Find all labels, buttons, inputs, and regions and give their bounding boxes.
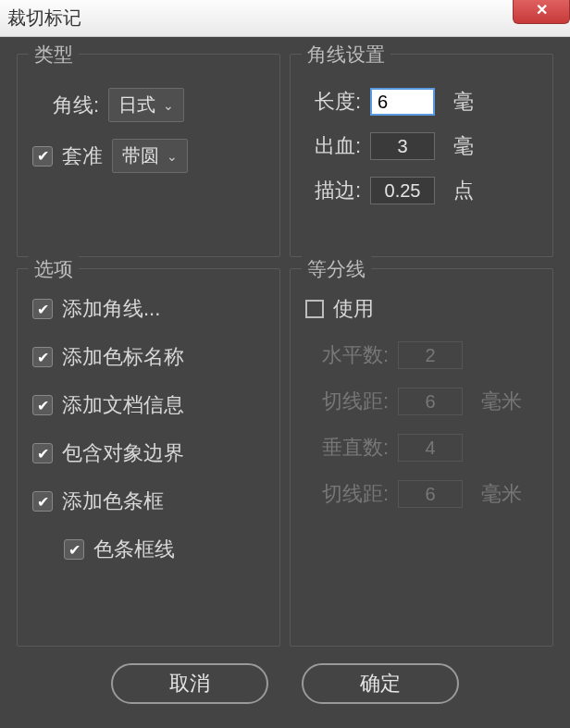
row-bleed: 出血: 毫 [305,132,538,160]
option-checkbox[interactable] [64,539,84,560]
v-count-label: 垂直数: [305,434,389,462]
option-row: 添加文档信息 [32,391,265,419]
option-label: 色条框线 [93,536,175,563]
option-row: 添加色条框 [32,487,265,515]
row-corner-style: 角线: 日式 ⌄ [32,88,265,122]
option-checkbox[interactable] [32,395,53,415]
corner-style-label: 角线: [32,92,99,119]
option-row: 色条框线 [64,536,265,563]
row-v-dist: 切线距: 毫米 [305,480,538,508]
group-title-corner: 角线设置 [302,42,390,68]
h-dist-label: 切线距: [305,388,389,415]
stroke-input[interactable] [370,177,435,204]
close-button[interactable]: ✕ [513,0,570,24]
row-h-count: 水平数: [305,341,538,369]
dialog-content: 类型 角线: 日式 ⌄ 套准 带圆 ⌄ [0,37,570,728]
dialog-window: 裁切标记 ✕ 类型 角线: 日式 ⌄ 套准 [0,0,570,728]
h-count-label: 水平数: [305,341,389,369]
row-registration: 套准 带圆 ⌄ [32,139,265,173]
registration-checkbox[interactable] [32,146,53,167]
bleed-input[interactable] [370,132,435,160]
ok-button[interactable]: 确定 [302,663,459,704]
registration-label: 套准 [62,142,103,170]
group-type: 类型 角线: 日式 ⌄ 套准 带圆 ⌄ [17,54,280,257]
corner-style-value: 日式 [118,93,155,117]
ok-button-label: 确定 [360,670,401,697]
cancel-button-label: 取消 [169,670,210,697]
length-label: 长度: [305,88,361,116]
group-title-type: 类型 [29,42,79,68]
corner-style-select[interactable]: 日式 ⌄ [108,88,184,122]
row-length: 长度: 毫 [305,88,538,116]
option-label: 添加色标名称 [62,343,184,371]
window-title: 裁切标记 [7,6,81,31]
h-dist-input [398,388,463,415]
group-title-options: 选项 [29,256,79,282]
cancel-button[interactable]: 取消 [111,663,268,704]
stroke-label: 描边: [305,177,361,204]
close-icon: ✕ [536,1,548,19]
option-label: 添加文档信息 [62,391,184,419]
h-dist-unit: 毫米 [481,388,522,415]
v-dist-input [398,480,463,508]
chevron-down-icon: ⌄ [167,149,178,164]
length-input[interactable] [370,88,435,116]
option-label: 添加色条框 [62,487,164,515]
group-options: 选项 添加角线...添加色标名称添加文档信息包含对象边界添加色条框色条框线 [17,268,280,647]
option-row: 添加角线... [32,295,265,323]
titlebar: 裁切标记 ✕ [0,0,570,37]
panels: 类型 角线: 日式 ⌄ 套准 带圆 ⌄ [17,54,553,647]
option-checkbox[interactable] [32,491,53,512]
use-dividers-label: 使用 [333,295,374,323]
option-checkbox[interactable] [32,299,53,319]
group-title-dividers: 等分线 [302,256,371,282]
option-label: 添加角线... [62,295,160,323]
v-dist-label: 切线距: [305,480,389,508]
option-checkbox[interactable] [32,347,53,367]
option-row: 添加色标名称 [32,343,265,371]
row-stroke: 描边: 点 [305,177,538,204]
v-count-input [398,434,463,462]
row-h-dist: 切线距: 毫米 [305,388,538,415]
option-label: 包含对象边界 [62,439,184,467]
bleed-unit: 毫 [453,132,474,160]
h-count-input [398,341,463,369]
chevron-down-icon: ⌄ [163,98,174,113]
length-unit: 毫 [453,88,474,116]
group-dividers: 等分线 使用 水平数: 切线距: 毫米 垂直数: [290,268,553,647]
row-v-count: 垂直数: [305,434,538,462]
v-dist-unit: 毫米 [481,480,522,508]
button-bar: 取消 确定 [17,647,553,711]
registration-select[interactable]: 带圆 ⌄ [112,139,188,173]
use-dividers-checkbox[interactable] [305,300,324,318]
group-corner-settings: 角线设置 长度: 毫 出血: 毫 描边: 点 [290,54,553,257]
row-use-dividers: 使用 [305,295,538,323]
bleed-label: 出血: [305,132,361,160]
option-row: 包含对象边界 [32,439,265,467]
registration-value: 带圆 [122,143,159,168]
stroke-unit: 点 [453,177,474,204]
option-checkbox[interactable] [32,443,53,463]
